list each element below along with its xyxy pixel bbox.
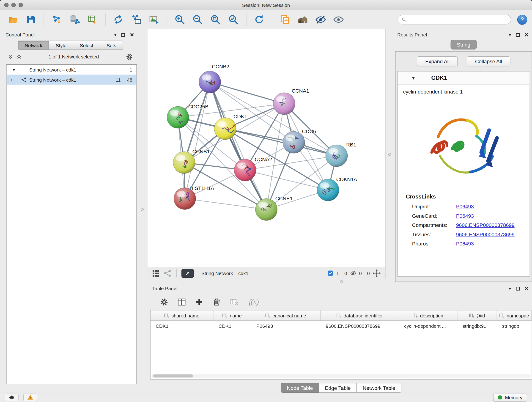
grid-view-icon[interactable] xyxy=(152,269,160,277)
node-sphere[interactable] xyxy=(199,71,221,93)
refresh-view-button[interactable] xyxy=(251,12,267,27)
function-builder-button[interactable]: f(x) xyxy=(249,298,259,306)
minimize-window-button[interactable] xyxy=(12,3,16,7)
node-sphere[interactable] xyxy=(283,131,305,153)
export-network-button[interactable] xyxy=(110,12,127,27)
node-CDK1[interactable]: CDK1 xyxy=(214,114,247,140)
zoom-in-button[interactable] xyxy=(172,12,188,27)
column-header--id[interactable]: @id xyxy=(457,311,497,321)
crosslink-value[interactable]: 9606.ENSP00000378699 xyxy=(456,231,515,237)
zoom-out-button[interactable] xyxy=(190,12,206,27)
collapse-all-button[interactable]: Collapse All xyxy=(467,56,510,66)
splitter-handle-right[interactable] xyxy=(388,153,391,156)
import-network-from-database-button[interactable] xyxy=(66,12,83,27)
add-column-button[interactable] xyxy=(193,296,205,308)
clone-network-button[interactable] xyxy=(277,12,293,27)
fit-content-icon[interactable] xyxy=(373,269,381,278)
control-panel-collapse-icon[interactable]: ▾ xyxy=(114,32,117,37)
edge-CCNB2-CCNA1[interactable] xyxy=(210,82,284,104)
tab-edge-table[interactable]: Edge Table xyxy=(319,383,357,393)
column-options-icon[interactable] xyxy=(413,313,418,318)
column-options-icon[interactable] xyxy=(265,313,270,318)
table-horizontal-scrollbar[interactable] xyxy=(152,374,531,378)
export-table-button[interactable] xyxy=(128,12,144,27)
node-CCNB2[interactable]: CCNB2 xyxy=(199,64,229,93)
tab-network-table[interactable]: Network Table xyxy=(357,383,401,393)
table-panel-collapse-icon[interactable]: ▾ xyxy=(509,286,511,291)
node-CDKN1A[interactable]: CDKN1A xyxy=(317,177,357,201)
hidden-eye-icon[interactable] xyxy=(350,270,356,277)
column-header-name[interactable]: name xyxy=(214,311,251,321)
node-CCNA1[interactable]: CCNA1 xyxy=(273,88,309,115)
crosslink-value[interactable]: P06493 xyxy=(456,241,474,247)
column-header-shared-name[interactable]: shared name xyxy=(151,311,214,321)
column-options-icon[interactable] xyxy=(469,313,474,318)
zoom-fit-button[interactable] xyxy=(207,12,224,27)
network-canvas[interactable]: CCNB2CCNA1CDC25BCDK1CDC6RB1CCNB1CCNA2CDK… xyxy=(147,29,385,267)
gene-collapse-icon[interactable]: ▼ xyxy=(412,75,416,80)
tab-style[interactable]: Style xyxy=(49,41,73,50)
table-panel-float-icon[interactable] xyxy=(516,287,520,290)
help-button[interactable]: ? xyxy=(517,15,527,25)
tab-sets[interactable]: Sets xyxy=(100,41,123,50)
search-input[interactable] xyxy=(409,17,507,22)
results-panel-float-icon[interactable] xyxy=(516,33,520,37)
zoom-selected-button[interactable] xyxy=(225,12,242,27)
table-row[interactable]: CDK1CDK1P064939606.ENSP00000378699cyclin… xyxy=(151,321,532,331)
memory-button[interactable]: Memory xyxy=(493,394,527,402)
hide-graphics-details-button[interactable] xyxy=(312,12,329,27)
open-session-button[interactable] xyxy=(5,12,21,27)
split-columns-button[interactable] xyxy=(175,296,188,308)
warnings-button[interactable] xyxy=(23,394,37,401)
home-button[interactable] xyxy=(295,12,311,27)
node-sphere[interactable] xyxy=(173,152,195,173)
tab-network[interactable]: Network xyxy=(18,41,49,50)
import-network-from-file-button[interactable] xyxy=(49,12,65,27)
cloud-button[interactable] xyxy=(5,394,19,401)
zoom-window-button[interactable] xyxy=(19,3,23,7)
node-RB1[interactable]: RB1 xyxy=(326,142,356,167)
crosslink-value[interactable]: P06493 xyxy=(456,204,474,210)
tab-string[interactable]: String xyxy=(451,40,476,50)
edge-CCNB2-HIST1H1A[interactable] xyxy=(185,82,210,199)
edge-CCNB2-CCNE1[interactable] xyxy=(210,82,266,210)
edge-HIST1H1A-CCNE1[interactable] xyxy=(185,198,266,210)
crosslink-value[interactable]: P06493 xyxy=(456,213,474,219)
selection-checkbox-icon[interactable] xyxy=(327,270,334,277)
navigator-button[interactable] xyxy=(181,269,194,278)
close-window-button[interactable] xyxy=(4,3,9,7)
network-row-selected[interactable]: ● String Network – cdk1 11 48 xyxy=(7,75,137,85)
import-table-from-file-button[interactable] xyxy=(84,12,101,27)
column-header-canonical-name[interactable]: canonical name xyxy=(251,311,321,321)
network-options-gear-icon[interactable] xyxy=(126,53,133,61)
splitter-handle-bottom[interactable] xyxy=(340,280,343,283)
node-HIST1H1A[interactable]: HIST1H1A xyxy=(174,185,214,210)
results-panel-collapse-icon[interactable]: ▾ xyxy=(509,32,511,37)
scrollbar-thumb[interactable] xyxy=(153,375,193,378)
collapse-all-networks-icon[interactable] xyxy=(7,54,13,60)
delete-column-button[interactable] xyxy=(210,296,223,308)
column-options-icon[interactable] xyxy=(336,313,341,318)
node-sphere[interactable] xyxy=(167,106,189,128)
show-graphics-details-button[interactable] xyxy=(330,12,347,27)
crosslink-value[interactable]: 9606.ENSP00000378699 xyxy=(456,222,515,228)
column-header-description[interactable]: description xyxy=(399,311,457,321)
control-panel-close-icon[interactable] xyxy=(130,33,134,37)
node-sphere[interactable] xyxy=(326,145,348,167)
column-options-icon[interactable] xyxy=(164,313,169,318)
network-collection-row[interactable]: ▼ String Network – cdk1 1 xyxy=(7,65,137,75)
control-panel-float-icon[interactable] xyxy=(121,33,125,37)
column-options-icon[interactable] xyxy=(500,313,504,318)
table-panel-close-icon[interactable] xyxy=(525,287,529,291)
expand-all-button[interactable]: Expand All xyxy=(417,56,458,66)
expand-all-networks-icon[interactable] xyxy=(16,54,22,60)
search-box[interactable] xyxy=(398,15,511,25)
export-image-button[interactable] xyxy=(146,12,162,27)
results-panel-close-icon[interactable] xyxy=(525,33,529,37)
tab-node-table[interactable]: Node Table xyxy=(281,383,319,393)
column-options-icon[interactable] xyxy=(222,313,227,318)
column-header-database-identifier[interactable]: database identifier xyxy=(321,311,399,321)
splitter-handle-left[interactable] xyxy=(141,208,144,211)
gene-card-header[interactable]: ▼ CDK1 xyxy=(398,71,530,85)
delete-table-button[interactable] xyxy=(228,296,240,308)
